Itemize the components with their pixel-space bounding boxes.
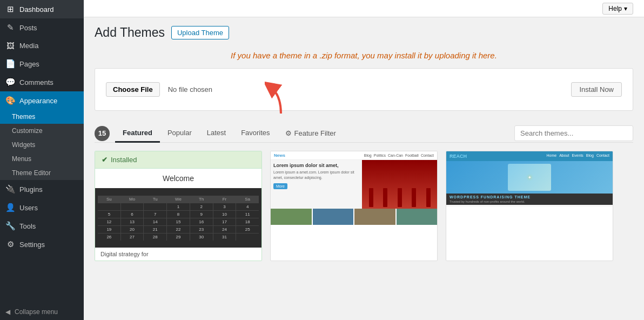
tools-icon: 🔧	[5, 221, 15, 231]
sidebar-item-label: Pages	[19, 60, 39, 68]
theme-subname: Digital strategy for	[95, 248, 261, 261]
sidebar-item-plugins[interactable]: 🔌 Plugins	[0, 180, 84, 198]
sidebar-item-label: Settings	[19, 241, 45, 249]
sidebar-item-menus[interactable]: Menus	[0, 152, 84, 166]
menus-label: Menus	[12, 155, 31, 163]
sidebar-item-theme-editor[interactable]: Theme Editor	[0, 166, 84, 180]
help-button[interactable]: Help ▾	[602, 3, 633, 15]
sidebar-item-appearance[interactable]: 🎨 Appearance	[0, 91, 84, 110]
theme2-nav: BlogPoliticsCan-CanFootballContact	[364, 154, 434, 157]
install-now-button[interactable]: Install Now	[571, 82, 622, 97]
upload-theme-button[interactable]: Upload Theme	[171, 26, 229, 39]
theme3-hero: ✦	[446, 161, 613, 194]
sidebar-item-tools[interactable]: 🔧 Tools	[0, 217, 84, 235]
feature-filter-label: Feature Filter	[294, 129, 336, 137]
theme3-body: ✦ WORDPRESS FUNDRAISING THEME Trusted by…	[446, 161, 613, 207]
theme2-right	[362, 160, 437, 209]
posts-icon: ✎	[5, 23, 15, 32]
sidebar-item-label: Media	[19, 42, 38, 50]
sidebar-item-themes[interactable]: Themes	[0, 110, 84, 124]
help-label: Help	[608, 5, 622, 12]
pages-icon: 📄	[5, 59, 15, 69]
topbar: Help ▾	[84, 0, 644, 17]
themes-grid: ✔ Installed Welcome SuMoTuWeThFrSa 1234 …	[95, 151, 633, 261]
sidebar-item-dashboard[interactable]: ⊞ Dashboard	[0, 0, 84, 18]
tab-latest[interactable]: Latest	[199, 124, 233, 143]
choose-file-button[interactable]: Choose File	[106, 82, 160, 97]
main-content: Help ▾ Add Themes Upload Theme If you ha…	[84, 0, 644, 320]
page-header: Add Themes Upload Theme	[95, 25, 633, 40]
sidebar-item-pages[interactable]: 📄 Pages	[0, 55, 84, 73]
theme2-body: Lorem ipsum dolor sit amet, Lorem ipsum …	[271, 160, 437, 209]
theme2-header: News BlogPoliticsCan-CanFootballContact	[271, 151, 437, 160]
users-icon: 👤	[5, 203, 15, 212]
page-title: Add Themes	[95, 25, 165, 40]
sidebar-item-posts[interactable]: ✎ Posts	[0, 18, 84, 37]
sidebar: ⊞ Dashboard ✎ Posts 🖼 Media 📄 Pages 💬 Co…	[0, 0, 84, 320]
sidebar-item-comments[interactable]: 💬 Comments	[0, 73, 84, 91]
theme-card-3[interactable]: REACH HomeAboutEventsBlogContact ✦	[446, 151, 613, 261]
theme-preview-installed: SuMoTuWeThFrSa 1234 567891011 1213141516…	[95, 188, 261, 248]
theme2-thumbnails	[271, 209, 437, 225]
sidebar-item-label: Users	[19, 204, 38, 212]
theme2-left: Lorem ipsum dolor sit amet, Lorem ipsum …	[271, 160, 362, 209]
appearance-icon: 🎨	[5, 96, 15, 105]
plugins-icon: 🔌	[5, 184, 15, 194]
theme-card-installed[interactable]: ✔ Installed Welcome SuMoTuWeThFrSa 1234 …	[95, 151, 262, 261]
sidebar-item-label: Posts	[19, 24, 37, 32]
comments-icon: 💬	[5, 77, 15, 87]
theme-name-welcome: Welcome	[95, 169, 261, 188]
theme-card-2[interactable]: News BlogPoliticsCan-CanFootballContact …	[270, 151, 438, 261]
collapse-menu-button[interactable]: ◀ Collapse menu	[0, 304, 84, 320]
sidebar-item-widgets[interactable]: Widgets	[0, 138, 84, 152]
theme-editor-label: Theme Editor	[12, 169, 51, 177]
sidebar-item-label: Plugins	[19, 185, 43, 194]
sidebar-item-label: Tools	[19, 222, 36, 230]
sidebar-item-label: Appearance	[19, 97, 57, 105]
search-themes-input[interactable]	[514, 125, 633, 141]
installed-badge: ✔ Installed	[95, 151, 261, 169]
collapse-arrow-icon: ◀	[5, 308, 10, 316]
themes-nav: 15 Featured Popular Latest Favorites ⚙ F…	[95, 124, 633, 143]
tab-featured[interactable]: Featured	[115, 124, 160, 143]
collapse-label: Collapse menu	[15, 308, 58, 316]
settings-icon: ⚙	[5, 239, 15, 249]
gear-icon: ⚙	[285, 129, 292, 137]
sidebar-item-customize[interactable]: Customize	[0, 124, 84, 138]
appearance-submenu: Themes Customize Widgets Menus Theme Edi…	[0, 110, 84, 180]
sidebar-item-label: Dashboard	[19, 5, 54, 14]
sidebar-item-label: Comments	[19, 78, 53, 86]
tab-favorites[interactable]: Favorites	[233, 124, 277, 143]
installed-label: Installed	[111, 156, 137, 164]
sidebar-item-media[interactable]: 🖼 Media	[0, 37, 84, 55]
sidebar-item-users[interactable]: 👤 Users	[0, 198, 84, 217]
no-file-text: No file chosen	[168, 85, 212, 94]
customize-label: Customize	[12, 127, 43, 135]
feature-filter-button[interactable]: ⚙ Feature Filter	[278, 125, 344, 142]
theme-count-badge: 15	[95, 126, 110, 141]
dashboard-icon: ⊞	[5, 4, 15, 14]
sidebar-item-settings[interactable]: ⚙ Settings	[0, 235, 84, 254]
widgets-label: Widgets	[12, 141, 35, 149]
themes-label: Themes	[12, 113, 35, 121]
theme3-header: REACH HomeAboutEventsBlogContact	[446, 151, 613, 161]
help-chevron-icon: ▾	[624, 5, 627, 12]
zip-notice: If you have a theme in a .zip format, yo…	[95, 51, 633, 60]
upload-box: Choose File No file chosen Install Now	[95, 68, 633, 111]
tab-popular[interactable]: Popular	[160, 124, 199, 143]
content-area: Add Themes Upload Theme If you have a th…	[84, 17, 644, 320]
media-icon: 🖼	[5, 41, 15, 50]
theme3-bottom: WORDPRESS FUNDRAISING THEME Trusted by h…	[446, 194, 613, 205]
check-icon: ✔	[102, 156, 108, 164]
